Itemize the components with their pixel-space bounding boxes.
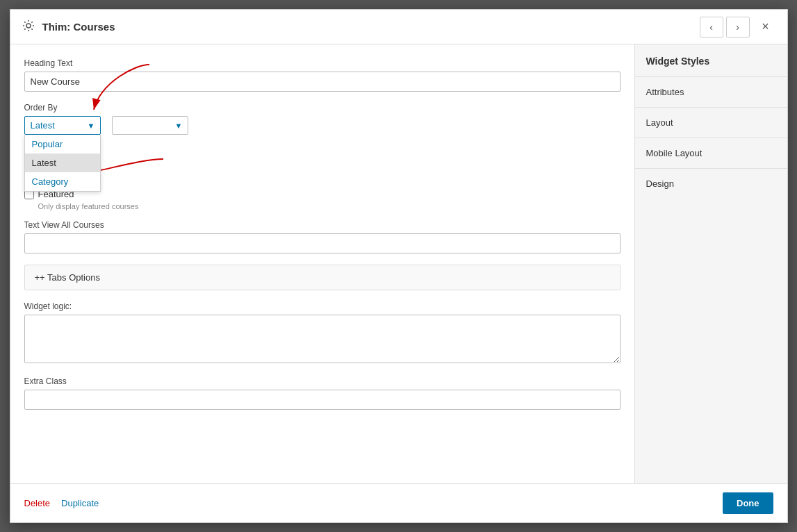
modal-body: Heading Text Order By Popular Latest Cat…	[10, 44, 787, 483]
footer-left: Delete Duplicate	[24, 498, 99, 508]
text-view-all-input[interactable]	[24, 233, 621, 253]
modal-footer: Delete Duplicate Done	[10, 483, 787, 522]
header-right: ‹ › ×	[700, 17, 776, 38]
delete-button[interactable]: Delete	[24, 498, 51, 508]
sidebar-item-design[interactable]: Design	[635, 168, 787, 199]
second-select-wrapper: ▼	[112, 116, 188, 135]
extra-class-input[interactable]	[24, 390, 621, 410]
done-button[interactable]: Done	[723, 492, 773, 514]
sidebar-item-layout[interactable]: Layout	[635, 107, 787, 138]
extra-class-group: Extra Class	[24, 376, 621, 410]
order-by-dropdown: Popular Latest Category	[24, 135, 101, 192]
tabs-options-section: + + Tabs Options	[24, 265, 621, 290]
heading-text-input[interactable]	[24, 72, 621, 92]
tabs-options-label: + Tabs Options	[40, 272, 100, 283]
dropdown-item-category[interactable]: Category	[25, 172, 100, 191]
heading-text-label: Heading Text	[24, 58, 621, 68]
modal-dialog: Thim: Courses ‹ › × Heading Text Order B…	[10, 9, 788, 523]
duplicate-button[interactable]: Duplicate	[61, 498, 99, 508]
order-by-label: Order By	[24, 103, 621, 113]
close-button[interactable]: ×	[755, 17, 776, 38]
order-by-select[interactable]: Popular Latest Category	[24, 116, 101, 135]
tabs-options-toggle[interactable]: + + Tabs Options	[25, 265, 620, 290]
main-panel: Heading Text Order By Popular Latest Cat…	[10, 44, 634, 483]
second-select[interactable]	[112, 116, 188, 135]
next-button[interactable]: ›	[726, 17, 750, 38]
dropdown-item-popular[interactable]: Popular	[25, 135, 100, 153]
text-view-all-label: Text View All Courses	[24, 220, 621, 230]
gear-icon	[22, 19, 35, 35]
extra-class-label: Extra Class	[24, 376, 621, 386]
right-sidebar: Widget Styles Attributes Layout Mobile L…	[634, 44, 787, 483]
dropdown-item-latest[interactable]: Latest	[25, 153, 100, 172]
limit-group: Limit number course	[24, 146, 621, 178]
plus-icon: +	[35, 272, 40, 283]
order-by-select-wrapper: Popular Latest Category ▼ Popular Latest…	[24, 116, 101, 135]
featured-group: Featured Only display featured courses	[24, 189, 621, 210]
prev-button[interactable]: ‹	[700, 17, 723, 38]
widget-logic-label: Widget logic:	[24, 301, 621, 311]
selects-row: Popular Latest Category ▼ Popular Latest…	[24, 116, 621, 135]
text-view-all-group: Text View All Courses	[24, 220, 621, 253]
featured-hint: Only display featured courses	[38, 202, 621, 210]
header-left: Thim: Courses	[22, 19, 115, 35]
widget-styles-title: Widget Styles	[635, 44, 787, 76]
widget-logic-group: Widget logic:	[24, 301, 621, 365]
svg-point-0	[26, 24, 31, 28]
order-by-group: Order By Popular Latest Category ▼ Popul…	[24, 103, 621, 135]
modal-header: Thim: Courses ‹ › ×	[10, 10, 787, 44]
featured-checkbox-row: Featured	[24, 189, 621, 199]
widget-logic-textarea[interactable]	[24, 315, 621, 363]
heading-text-group: Heading Text	[24, 58, 621, 92]
sidebar-item-attributes[interactable]: Attributes	[635, 76, 787, 107]
modal-title: Thim: Courses	[42, 21, 115, 33]
sidebar-item-mobile-layout[interactable]: Mobile Layout	[635, 138, 787, 168]
